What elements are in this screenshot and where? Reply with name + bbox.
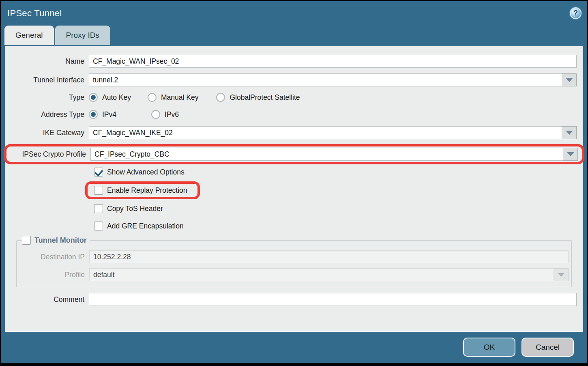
chevron-down-icon (558, 273, 565, 277)
radio-icon (89, 110, 98, 119)
titlebar: IPSec Tunnel ? (1, 1, 587, 25)
radio-icon (89, 93, 98, 102)
chevron-down-icon (566, 78, 573, 82)
ike-gateway-row: IKE Gateway (5, 126, 583, 139)
show-advanced-options-label: Show Advanced Options (103, 168, 185, 177)
comment-row: Comment (5, 293, 583, 306)
tunnel-interface-label: Tunnel Interface (5, 76, 89, 84)
destination-ip-label: Destination IP (17, 253, 89, 261)
address-type-label: Address Type (5, 110, 89, 119)
radio-icon (216, 93, 225, 102)
radio-icon (148, 93, 157, 102)
enable-replay-protection-label: Enable Replay Protection (103, 186, 187, 195)
profile-row: Profile (17, 268, 571, 281)
radio-ipv6[interactable]: IPv6 (151, 110, 179, 119)
ipsec-crypto-profile-label: IPSec Crypto Profile (6, 150, 90, 159)
radio-ipv4[interactable]: IPv4 (89, 110, 116, 119)
tunnel-monitor-label: Tunnel Monitor (31, 236, 87, 245)
add-gre-encapsulation-row: Add GRE Encapsulation (94, 222, 583, 230)
destination-ip-row: Destination IP (17, 250, 571, 263)
enable-replay-protection-row: Enable Replay Protection (94, 186, 187, 195)
copy-tos-header-checkbox[interactable] (94, 204, 103, 213)
tunnel-monitor-checkbox[interactable] (22, 236, 31, 245)
profile-label: Profile (17, 271, 89, 279)
chevron-down-icon (567, 152, 574, 156)
add-gre-encapsulation-label: Add GRE Encapsulation (103, 222, 184, 230)
profile-dropdown-button (554, 268, 569, 281)
tunnel-interface-input[interactable] (89, 73, 562, 86)
tab-proxy-ids[interactable]: Proxy IDs (55, 26, 110, 45)
type-label: Type (5, 93, 89, 102)
dialog-title: IPSec Tunnel (7, 8, 62, 19)
radio-manual-key[interactable]: Manual Key (148, 93, 198, 102)
comment-label: Comment (5, 295, 89, 304)
ok-button[interactable]: OK (463, 338, 515, 357)
tunnel-monitor-legend: Tunnel Monitor (22, 236, 90, 245)
destination-ip-input (89, 250, 569, 263)
ipsec-crypto-profile-highlight: IPSec Crypto Profile (4, 144, 584, 164)
ike-gateway-label: IKE Gateway (5, 129, 89, 137)
enable-replay-protection-highlight: Enable Replay Protection (85, 181, 200, 199)
ike-gateway-dropdown-button[interactable] (562, 126, 577, 139)
radio-auto-key[interactable]: Auto Key (89, 93, 131, 102)
tunnel-interface-dropdown-button[interactable] (562, 73, 577, 86)
chevron-down-icon (566, 131, 573, 135)
ipsec-crypto-profile-row: IPSec Crypto Profile (6, 148, 582, 161)
profile-input (89, 268, 554, 281)
general-tab-panel: Name Tunnel Interface Type Auto Ke (5, 46, 583, 332)
show-advanced-options-checkbox[interactable] (94, 168, 103, 177)
tunnel-monitor-fieldset: Tunnel Monitor Destination IP Profile (16, 236, 572, 287)
ipsec-crypto-profile-dropdown-button[interactable] (563, 148, 578, 161)
name-input[interactable] (89, 55, 577, 68)
name-row: Name (5, 55, 583, 68)
enable-replay-protection-checkbox[interactable] (94, 186, 103, 195)
type-row: Type Auto Key Manual Key GlobalProtect S… (5, 93, 583, 102)
help-icon[interactable]: ? (570, 7, 582, 19)
radio-icon (151, 110, 160, 119)
add-gre-encapsulation-checkbox[interactable] (94, 222, 103, 230)
copy-tos-header-row: Copy ToS Header (94, 204, 583, 213)
ike-gateway-input[interactable] (89, 126, 562, 139)
ipsec-tunnel-dialog: IPSec Tunnel ? General Proxy IDs Name Tu… (1, 1, 587, 363)
address-type-row: Address Type IPv4 IPv6 (5, 110, 583, 119)
name-label: Name (5, 57, 89, 66)
tunnel-interface-row: Tunnel Interface (5, 73, 583, 86)
comment-input[interactable] (89, 293, 577, 306)
tab-bar: General Proxy IDs (1, 25, 587, 45)
cancel-button[interactable]: Cancel (521, 338, 574, 357)
radio-globalprotect-satellite[interactable]: GlobalProtect Satellite (216, 93, 300, 102)
copy-tos-header-label: Copy ToS Header (103, 205, 163, 213)
ipsec-crypto-profile-input[interactable] (90, 148, 563, 161)
tab-general[interactable]: General (4, 26, 54, 45)
show-advanced-options-row: Show Advanced Options (94, 168, 583, 177)
